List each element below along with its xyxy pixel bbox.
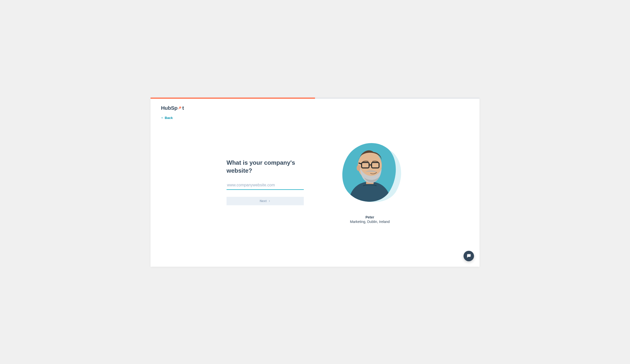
next-button[interactable]: Next — [226, 197, 304, 205]
chevron-right-icon — [268, 200, 271, 202]
persona-name: Peter — [365, 215, 374, 219]
persona-role: Marketing, Dublin, Ireland — [350, 220, 390, 224]
form-column: What is your company's website? Next — [226, 159, 304, 205]
form-heading: What is your company's website? — [226, 159, 304, 174]
onboarding-card: HubSp t Back What is your company's webs… — [150, 98, 480, 267]
persona-column: Peter Marketing, Dublin, Ireland — [336, 141, 404, 224]
chat-icon — [466, 254, 471, 258]
company-website-input[interactable] — [226, 182, 304, 190]
content-area: What is your company's website? Next — [150, 98, 480, 267]
persona-avatar — [336, 141, 404, 205]
svg-rect-7 — [468, 254, 471, 256]
svg-point-4 — [356, 165, 360, 171]
chat-button[interactable] — [464, 251, 474, 261]
next-label: Next — [260, 199, 267, 203]
